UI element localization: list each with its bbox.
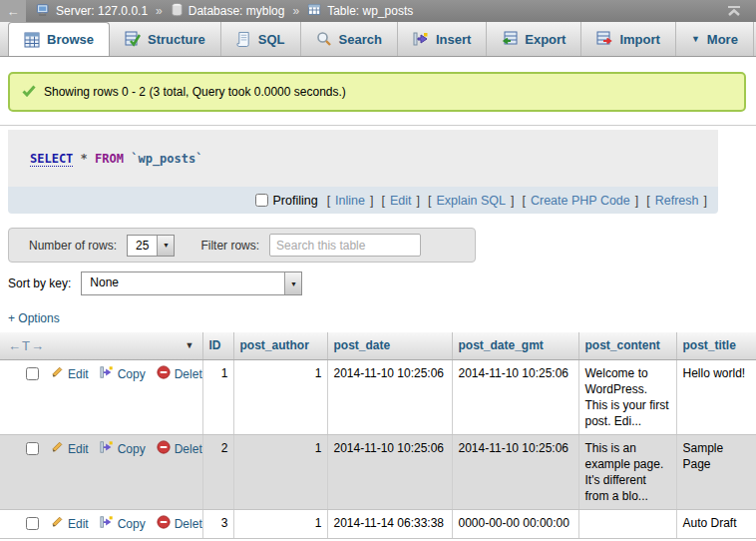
inline-link[interactable]: Inline	[335, 194, 365, 208]
cell-post-date-gmt: 2014-11-10 10:25:06	[452, 359, 578, 434]
column-header-post-author[interactable]: post_author	[233, 332, 327, 359]
tab-export-label: Export	[525, 32, 566, 47]
cell-post-title: Sample Page	[676, 434, 756, 509]
column-header-id[interactable]: ID	[202, 332, 233, 359]
tab-structure[interactable]: Structure	[110, 22, 221, 56]
delete-button[interactable]: Delete	[157, 515, 202, 533]
copy-button[interactable]: Copy	[100, 440, 146, 458]
cell-post-author: 1	[233, 359, 327, 434]
database-icon	[171, 3, 184, 20]
insert-icon	[413, 31, 429, 47]
filter-rows-label: Filter rows:	[200, 239, 259, 253]
refresh-link[interactable]: Refresh	[655, 194, 699, 208]
tab-search[interactable]: Search	[301, 22, 398, 56]
tab-import[interactable]: Import	[581, 22, 675, 56]
sort-by-key-label: Sort by key:	[8, 276, 71, 290]
server-icon	[36, 3, 51, 20]
breadcrumb-table: Table: wp_posts	[327, 4, 413, 18]
delete-button[interactable]: Delete	[157, 440, 202, 458]
tab-export[interactable]: Export	[487, 22, 581, 56]
row-checkbox[interactable]	[26, 367, 39, 380]
back-arrow-icon: ←	[7, 4, 20, 19]
sql-query-text: SELECT * FROM `wp_posts`	[8, 130, 718, 187]
cell-post-author: 1	[233, 509, 327, 538]
delete-icon	[157, 440, 171, 458]
tab-sql-label: SQL	[258, 32, 285, 47]
breadcrumb-bar: ← Server: 127.0.0.1 » Database: myblog »…	[0, 0, 756, 22]
cell-post-content	[578, 509, 676, 538]
cell-id: 2	[202, 434, 233, 509]
cell-post-date-gmt: 0000-00-00 00:00:00	[452, 509, 578, 538]
breadcrumb-server[interactable]: Server: 127.0.0.1	[56, 4, 148, 18]
search-icon	[316, 31, 332, 47]
delete-icon	[157, 515, 171, 533]
breadcrumb-database[interactable]: Database: myblog	[189, 4, 285, 18]
sql-icon	[236, 31, 251, 47]
filter-rows-input[interactable]	[269, 234, 421, 257]
cell-post-author: 1	[233, 434, 327, 509]
profiling-checkbox[interactable]	[255, 194, 268, 207]
cell-post-date: 2014-11-14 06:33:38	[327, 509, 452, 538]
tab-more[interactable]: ▼ More	[676, 22, 754, 56]
rows-filter-box: Number of rows: 25 ▼ Filter rows:	[8, 228, 476, 263]
edit-button[interactable]: Edit	[50, 515, 89, 533]
sort-desc-icon[interactable]: ▼	[186, 340, 194, 350]
tab-browse[interactable]: Browse	[8, 22, 110, 56]
cell-id: 1	[202, 359, 233, 434]
breadcrumb-separator: »	[292, 4, 299, 18]
row-checkbox[interactable]	[26, 517, 39, 530]
edit-button[interactable]: Edit	[50, 440, 89, 458]
tab-import-label: Import	[619, 32, 659, 47]
copy-icon	[100, 440, 114, 458]
row-checkbox[interactable]	[26, 442, 39, 455]
query-actions-bar: Profiling [ Inline ] [ Edit ] [ Explain …	[8, 187, 718, 214]
cell-post-title: Auto Draft	[676, 509, 756, 538]
cell-post-date: 2014-11-10 10:25:06	[327, 434, 452, 509]
cell-post-title: Hello world!	[676, 359, 756, 434]
results-table: ←T→ ▼ ID post_author post_date post_date…	[0, 332, 756, 539]
tab-insert-label: Insert	[436, 32, 471, 47]
column-header-post-date[interactable]: post_date	[327, 332, 452, 359]
back-button[interactable]: ←	[0, 0, 26, 22]
browse-icon	[24, 32, 40, 48]
select-arrow-icon: ▼	[284, 272, 301, 294]
tab-sql[interactable]: SQL	[221, 22, 301, 56]
column-header-post-content[interactable]: post_content	[578, 332, 676, 359]
table-row: Edit Copy Delete 1 1 2014-11-10 10:25:06…	[0, 359, 756, 434]
cell-post-date-gmt: 2014-11-10 10:25:06	[452, 434, 578, 509]
select-arrow-icon: ▼	[157, 236, 174, 256]
edit-button[interactable]: Edit	[50, 365, 89, 383]
pencil-icon	[50, 440, 64, 458]
divider	[0, 125, 756, 126]
sql-keyword-select[interactable]: SELECT	[30, 152, 73, 166]
sort-by-key-select[interactable]: None ▼	[81, 271, 302, 295]
cell-post-content: This is an example page. It's different …	[578, 434, 676, 509]
sort-row: Sort by key: None ▼	[8, 271, 756, 295]
breadcrumb: Server: 127.0.0.1 » Database: myblog » T…	[36, 3, 413, 20]
pencil-icon	[50, 365, 64, 383]
explain-sql-link[interactable]: Explain SQL	[436, 194, 505, 208]
copy-icon	[100, 365, 114, 383]
cell-id: 3	[202, 509, 233, 538]
tab-insert[interactable]: Insert	[398, 22, 487, 56]
cell-post-content: Welcome to WordPress. This is your first…	[578, 359, 676, 434]
export-icon	[502, 31, 518, 47]
tab-bar: Browse Structure SQL Search Insert Expor…	[0, 22, 756, 57]
tab-search-label: Search	[339, 32, 382, 47]
copy-button[interactable]: Copy	[100, 515, 146, 533]
transpose-icon[interactable]: ←T→	[8, 338, 45, 353]
edit-query-link[interactable]: Edit	[390, 194, 412, 208]
actions-header: ←T→ ▼	[0, 332, 202, 359]
copy-button[interactable]: Copy	[100, 365, 146, 383]
collapse-icon[interactable]	[726, 5, 742, 18]
delete-button[interactable]: Delete	[157, 365, 202, 383]
sql-query-box: SELECT * FROM `wp_posts` Profiling [ Inl…	[8, 130, 718, 214]
number-of-rows-select[interactable]: 25 ▼	[127, 235, 175, 257]
create-php-code-link[interactable]: Create PHP Code	[531, 194, 630, 208]
options-link[interactable]: + Options	[8, 311, 60, 325]
column-header-post-date-gmt[interactable]: post_date_gmt	[452, 332, 578, 359]
column-header-post-title[interactable]: post_title	[676, 332, 756, 359]
pencil-icon	[50, 515, 64, 533]
breadcrumb-separator: »	[156, 4, 163, 18]
table-row: Edit Copy Delete 2 1 2014-11-10 10:25:06…	[0, 434, 756, 509]
